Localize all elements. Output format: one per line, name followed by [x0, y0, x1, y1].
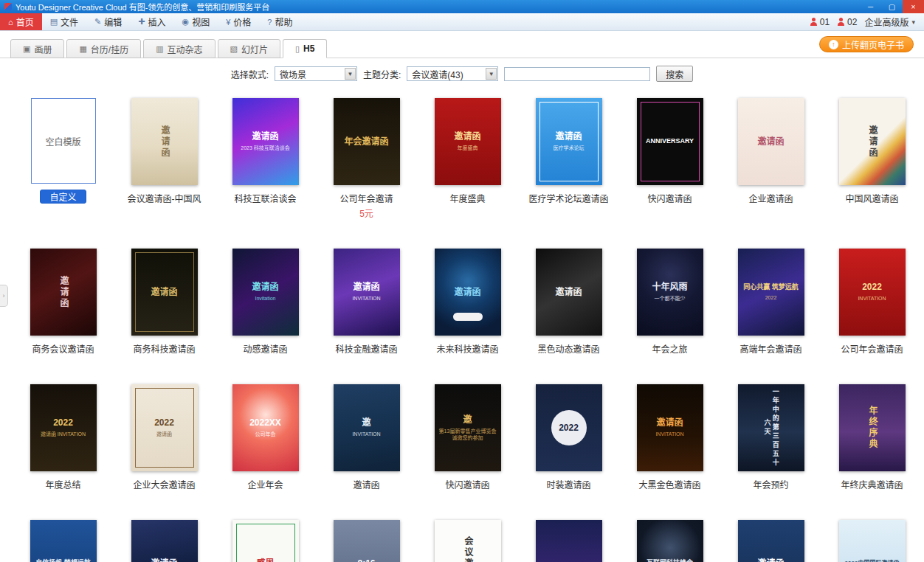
template-card[interactable]: 邀请函 企业邀请函 — [720, 98, 821, 219]
blank-template-card[interactable]: 空白模版 自定义 — [13, 98, 114, 219]
template-card[interactable]: 邀 第13届新零售产业博览会 诚邀您的参加 快闪邀请函 — [417, 384, 518, 490]
template-thumbnail[interactable] — [536, 520, 602, 562]
template-card[interactable]: 年会邀请函 公司年会邀请 5元 — [316, 98, 417, 219]
category-select[interactable]: 会议邀请(43) ▼ — [407, 66, 498, 81]
template-card[interactable]: 邀请函 — [720, 520, 821, 562]
template-card[interactable]: 邀 INVITATION 邀请函 — [316, 384, 417, 490]
style-select[interactable]: 微场景 ▼ — [275, 66, 357, 81]
template-thumbnail[interactable]: 2022 邀请函 — [131, 384, 198, 471]
template-thumbnail[interactable]: 邀请函 医疗学术论坛 — [536, 98, 602, 185]
tab-台历/挂历[interactable]: ▦ 台历/挂历 — [66, 39, 141, 58]
template-thumbnail[interactable]: 十年风雨 一个都不能少 — [637, 249, 703, 336]
template-thumbnail[interactable]: 邀请函 — [738, 520, 804, 562]
menu-item-编辑[interactable]: ✎ 编辑 — [86, 13, 130, 30]
template-thumbnail[interactable]: ANNIVERSARY — [637, 98, 703, 185]
menu-item-插入[interactable]: ✚ 插入 — [130, 13, 173, 30]
user-badge-1[interactable]: 01 — [810, 17, 830, 27]
template-card[interactable]: 邀请函 黑色动态邀请函 — [518, 249, 619, 355]
template-thumbnail[interactable]: 邀请函 Invitation — [232, 249, 299, 336]
template-thumbnail[interactable]: 感恩 — [232, 520, 299, 562]
template-card[interactable]: 邀请函 中国风邀请函 — [821, 98, 923, 219]
template-thumbnail[interactable]: 一年中的第三百五十六天 — [738, 384, 804, 471]
template-thumbnail[interactable]: 2022 — [536, 384, 602, 471]
template-card[interactable]: 邀请函 商务科技邀请函 — [114, 249, 215, 355]
upload-ebook-button[interactable]: ↑ 上传翻页电子书 — [819, 36, 914, 52]
template-card[interactable]: 邀请函 INVITATION 科技金融邀请函 — [316, 249, 417, 355]
tab-H5[interactable]: ▯ H5 — [283, 39, 327, 58]
template-card[interactable]: 邀请函 未来科技邀请函 — [417, 249, 518, 355]
template-thumbnail[interactable]: 邀请函 — [131, 249, 198, 336]
search-input[interactable] — [504, 67, 650, 81]
template-card[interactable]: 邀请函 商务会议邀请函 — [13, 249, 114, 355]
template-thumbnail[interactable]: 2022 邀请函 INVITATION — [30, 384, 97, 471]
template-thumbnail[interactable]: 同心共赢 筑梦远航 2022 — [738, 249, 804, 336]
template-card[interactable]: 2022XX 公司年会 企业年会 — [215, 384, 316, 490]
template-card[interactable]: 邀请函 INVITATION 大黑金色邀请函 — [619, 384, 720, 490]
template-thumbnail[interactable]: 邀 第13届新零售产业博览会 诚邀您的参加 — [435, 384, 501, 471]
template-card[interactable]: 邀请函 医疗学术论坛 医疗学术论坛邀请函 — [518, 98, 619, 219]
template-card[interactable]: 年终序典 年终庆典邀请函 — [821, 384, 923, 490]
template-card[interactable]: 邀请函 2023 科技互联洽谈会 科技互联洽谈会 — [215, 98, 316, 219]
template-card[interactable]: 自信扬帆 梦想远航 — [13, 520, 114, 562]
template-thumbnail[interactable]: 互联网科技峰会 — [637, 520, 703, 562]
template-card[interactable]: 邀请函 Invitation 动感邀请函 — [215, 249, 316, 355]
template-thumbnail[interactable]: 2022中国国际邀请函 — [839, 520, 906, 562]
blank-template-thumbnail[interactable]: 空白模版 — [31, 98, 96, 184]
template-thumbnail[interactable]: 邀请函 INVITATION — [334, 249, 400, 336]
template-thumbnail[interactable]: 邀请函 INVITATION — [637, 384, 703, 471]
customize-button[interactable]: 自定义 — [40, 190, 86, 204]
template-card[interactable]: 2022 INVITATION 公司年会邀请函 — [821, 249, 923, 355]
template-card[interactable]: 互联网科技峰会 — [619, 520, 720, 562]
menu-item-视图[interactable]: ◉ 视图 — [174, 13, 218, 30]
menu-item-文件[interactable]: ▤ 文件 — [42, 13, 86, 30]
template-thumbnail[interactable]: 会议邀请函 — [435, 520, 501, 562]
user-badge-2[interactable]: 02 — [837, 17, 857, 27]
template-card[interactable]: 会议邀请函 — [417, 520, 518, 562]
template-thumbnail[interactable]: 邀请函 — [131, 98, 198, 185]
template-thumbnail[interactable]: 邀请函 — [839, 98, 906, 185]
template-card[interactable]: 2022 邀请函 INVITATION 年度总结 — [13, 384, 114, 490]
template-card[interactable]: 十年风雨 一个都不能少 年会之旅 — [619, 249, 720, 355]
menu-item-首页[interactable]: ⌂ 首页 — [0, 13, 42, 30]
template-card[interactable]: 邀请函 — [114, 520, 215, 562]
template-card[interactable]: 2022中国国际邀请函 — [821, 520, 923, 562]
template-card[interactable]: 2022 时装邀请函 — [518, 384, 619, 490]
template-thumbnail[interactable]: 2022XX 公司年会 — [232, 384, 299, 471]
search-button[interactable]: 搜索 — [656, 66, 693, 82]
template-thumbnail[interactable]: 邀请函 — [30, 249, 97, 336]
template-card[interactable]: 一年中的第三百五十六天 年会预约 — [720, 384, 821, 490]
thumbnail-title-text: 邀请函 — [148, 558, 179, 562]
template-card[interactable] — [518, 520, 619, 562]
template-thumbnail[interactable]: 邀请函 — [738, 98, 804, 185]
template-card[interactable]: ANNIVERSARY 快闪邀请函 — [619, 98, 720, 219]
tab-幻灯片[interactable]: ▧ 幻灯片 — [218, 39, 280, 58]
maximize-button[interactable]: ▢ — [881, 0, 903, 13]
template-thumbnail[interactable]: 邀请函 2023 科技互联洽谈会 — [232, 98, 299, 185]
menu-item-价格[interactable]: ¥ 价格 — [218, 13, 259, 30]
template-card[interactable]: 邀请函 年度盛典 年度盛典 — [417, 98, 518, 219]
template-thumbnail[interactable]: 邀请函 年度盛典 — [435, 98, 501, 185]
template-thumbnail[interactable]: 年终序典 — [839, 384, 906, 471]
template-thumbnail[interactable]: 年会邀请函 — [334, 98, 400, 185]
template-name: 未来科技邀请函 — [436, 342, 498, 355]
tab-互动杂志[interactable]: ▥ 互动杂志 — [143, 39, 215, 58]
panel-collapse-toggle[interactable]: › — [0, 285, 8, 307]
template-card[interactable]: 感恩 — [215, 520, 316, 562]
template-thumbnail[interactable]: 邀 INVITATION — [334, 384, 400, 471]
plan-selector[interactable]: 企业高级版 ▾ — [864, 15, 915, 28]
template-thumbnail[interactable]: 邀请函 — [536, 249, 602, 336]
close-button[interactable]: × — [903, 0, 924, 13]
template-thumbnail[interactable]: 邀请函 — [435, 249, 501, 336]
template-card[interactable]: 2022 邀请函 企业大会邀请函 — [114, 384, 215, 490]
minimize-button[interactable]: ─ — [860, 0, 881, 13]
template-card[interactable]: 同心共赢 筑梦远航 2022 高端年会邀请函 — [720, 249, 821, 355]
template-card[interactable]: 邀请函 会议邀请函-中国风 — [114, 98, 215, 219]
template-thumbnail[interactable]: 邀请函 — [131, 520, 198, 562]
thumbnail-title-text: 邀请函 — [452, 287, 483, 298]
template-thumbnail[interactable]: 8:16 — [334, 520, 400, 562]
tab-画册[interactable]: ▣ 画册 — [10, 39, 64, 58]
template-card[interactable]: 8:16 — [316, 520, 417, 562]
template-thumbnail[interactable]: 自信扬帆 梦想远航 — [30, 520, 97, 562]
template-thumbnail[interactable]: 2022 INVITATION — [839, 249, 906, 336]
menu-item-帮助[interactable]: ? 帮助 — [259, 13, 300, 30]
